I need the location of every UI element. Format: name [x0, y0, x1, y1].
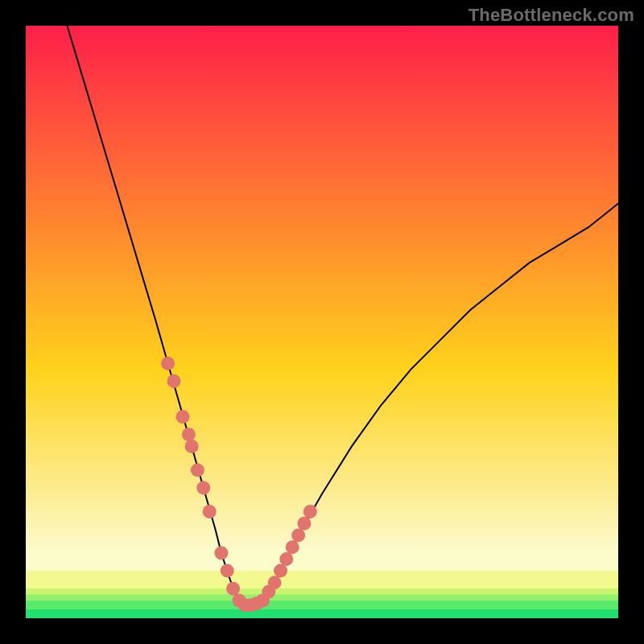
- gradient-background: [26, 26, 618, 618]
- marker-dot: [176, 410, 190, 423]
- band: [26, 588, 618, 594]
- marker-dot: [167, 374, 181, 388]
- band: [26, 571, 618, 588]
- marker-dot: [268, 576, 282, 589]
- watermark-text: TheBottleneck.com: [469, 5, 634, 26]
- marker-dot: [182, 427, 196, 441]
- marker-dot: [203, 505, 217, 518]
- marker-dot: [185, 440, 199, 453]
- marker-dot: [161, 357, 175, 370]
- band: [26, 595, 618, 601]
- marker-dot: [279, 552, 293, 566]
- marker-dot: [191, 464, 204, 477]
- marker-dot: [221, 564, 234, 578]
- marker-dot: [214, 547, 228, 560]
- marker-dot: [274, 564, 287, 578]
- chart-svg: [26, 26, 618, 618]
- marker-dot: [291, 529, 305, 543]
- plot-area: [26, 26, 618, 618]
- bottom-bands: [26, 547, 618, 618]
- marker-dot: [286, 540, 299, 554]
- marker-dot: [303, 505, 317, 518]
- band: [26, 601, 618, 609]
- marker-dot: [196, 481, 210, 495]
- marker-dot: [226, 582, 240, 596]
- marker-dot: [297, 517, 311, 530]
- chart-frame: TheBottleneck.com: [0, 0, 644, 644]
- band: [26, 609, 618, 618]
- band: [26, 547, 618, 571]
